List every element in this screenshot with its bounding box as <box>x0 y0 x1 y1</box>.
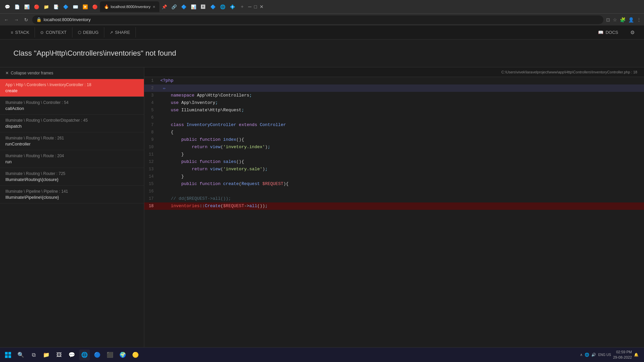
code-line-6: 6 <box>144 114 644 121</box>
svg-rect-3 <box>8 355 11 358</box>
stack-frame-3[interactable]: Illuminate \ Routing \ Route : 261 runCo… <box>0 132 144 150</box>
browser-tab-t2[interactable]: 🔷 <box>61 2 70 11</box>
cast-icon[interactable]: ⊡ <box>606 17 610 22</box>
main-content: ✕ Collapse vendor frames App \ Http \ Co… <box>0 67 644 362</box>
taskbar-date-display: 29-08-2022 <box>613 355 632 360</box>
browser-tab-t7[interactable]: 📊 <box>189 2 198 11</box>
profile-icon[interactable]: 👤 <box>628 17 634 22</box>
locale-display[interactable]: ENG US <box>598 353 611 357</box>
search-taskbar-button[interactable]: 🔍 <box>15 350 26 360</box>
line-content-1: <?php <box>158 77 644 84</box>
line-number-16: 16 <box>144 188 158 195</box>
line-number-6: 6 <box>144 114 158 121</box>
taskbar-photos-button[interactable]: 🖼 <box>54 350 64 360</box>
stack-frame-0[interactable]: App \ Http \ Controllers \ InventoryCont… <box>0 79 144 97</box>
extensions-icon[interactable]: 🧩 <box>620 17 626 22</box>
stack-frame-6[interactable]: Illuminate \ Pipeline \ Pipeline : 141 I… <box>0 186 144 203</box>
tab-close-button[interactable]: ✕ <box>153 5 155 9</box>
taskbar-terminal-button[interactable]: ⬛ <box>105 350 115 360</box>
taskbar: 🔍 ⧉ 📁 🖼 💬 🌐 🔵 ⬛ 🌍 🟡 ∧ 🌐 🔊 ENG US 02:59 P… <box>0 347 644 362</box>
code-line-16: 16 <box>144 188 644 195</box>
close-button[interactable]: ✕ <box>260 4 264 9</box>
frame-path-2: Illuminate \ Routing \ ControllerDispatc… <box>5 118 139 123</box>
taskbar-files-button[interactable]: 📁 <box>41 350 52 360</box>
stack-frame-5[interactable]: Illuminate \ Routing \ Router : 725 Illu… <box>0 168 144 186</box>
code-line-15: 15 public function create(Request $REQUE… <box>144 180 644 188</box>
collapse-vendor-button[interactable]: ✕ Collapse vendor frames <box>0 67 144 79</box>
browser-tab-sh[interactable]: 📊 <box>22 2 32 11</box>
browser-tab-gm[interactable]: ✉️ <box>71 2 80 11</box>
new-tab-button[interactable]: ＋ <box>237 2 247 11</box>
code-line-13: 13 return view('invetory.sale'); <box>144 166 644 173</box>
browser-tab-wa[interactable]: 💬 <box>3 2 12 11</box>
taskbar-note-button[interactable]: 🟡 <box>130 350 141 360</box>
frame-method-3: runController <box>5 141 139 146</box>
debug-label: DEBUG <box>83 30 99 35</box>
forward-button[interactable]: → <box>13 16 20 24</box>
line-number-13: 13 <box>144 166 158 173</box>
frame-method-6: Illuminate\Pipeline\{closure} <box>5 195 139 200</box>
tray-network-icon[interactable]: 🌐 <box>585 353 589 357</box>
browser-tab-t4[interactable]: 📌 <box>160 2 169 11</box>
context-tab[interactable]: ⊙ CONTEXT <box>35 27 72 38</box>
browser-active-tab[interactable]: 🔥 localhost:8000/inventory ✕ <box>100 1 159 12</box>
browser-tabs: 💬 📄 📊 🔴 📁 📑 🔷 ✉️ ▶️ 🔴 🔥 localhost:8000/i… <box>3 0 247 13</box>
error-toolbar: ≡ STACK ⊙ CONTEXT ⬡ DEBUG ↗ SHARE 📖 DOCS… <box>0 25 644 40</box>
minimize-button[interactable]: ─ <box>248 4 252 9</box>
line-content-14: } <box>158 173 644 180</box>
code-line-12: 12 public function sales(){ <box>144 158 644 166</box>
line-content-11: } <box>158 151 644 158</box>
taskbar-teams-button[interactable]: 💬 <box>66 350 77 360</box>
share-tab[interactable]: ↗ SHARE <box>104 27 136 38</box>
docs-button[interactable]: 📖 DOCS <box>593 27 624 38</box>
stack-frame-2[interactable]: Illuminate \ Routing \ ControllerDispatc… <box>0 115 144 132</box>
maximize-button[interactable]: □ <box>254 4 257 9</box>
menu-icon[interactable]: ⋮ <box>637 17 641 22</box>
stack-frame-4[interactable]: Illuminate \ Routing \ Route : 204 run <box>0 150 144 168</box>
bookmark-icon[interactable]: ☆ <box>613 17 617 22</box>
notification-button[interactable]: 🔔 <box>634 353 639 357</box>
browser-tab-t9[interactable]: 🔷 <box>208 2 218 11</box>
browser-tab-doc[interactable]: 📄 <box>12 2 22 11</box>
task-view-button[interactable]: ⧉ <box>28 350 39 360</box>
start-button[interactable] <box>3 350 13 360</box>
docs-icon: 📖 <box>598 30 603 35</box>
frame-path-5: Illuminate \ Routing \ Router : 725 <box>5 171 139 176</box>
browser-tab-t6[interactable]: 🔷 <box>179 2 189 11</box>
taskbar-clock[interactable]: 02:59 PM 29-08-2022 <box>613 350 632 360</box>
line-content-9: public function index(){ <box>158 136 644 143</box>
stack-tab[interactable]: ≡ STACK <box>5 27 35 38</box>
line-number-10: 10 <box>144 143 158 151</box>
line-number-18: 18 <box>144 202 158 210</box>
debug-tab[interactable]: ⬡ DEBUG <box>72 27 104 38</box>
back-button[interactable]: ← <box>3 16 10 24</box>
address-bar-actions: ⊡ ☆ 🧩 👤 ⋮ <box>606 17 641 22</box>
code-line-4: 4 use App\Inventory; <box>144 99 644 107</box>
browser-tab-t8[interactable]: 🅼 <box>199 2 208 11</box>
address-bar[interactable]: 🔒 localhost:8000/inventory <box>32 15 603 24</box>
code-line-1: 1 <?php <box>144 77 644 84</box>
tray-chevron-icon[interactable]: ∧ <box>580 353 583 357</box>
svg-rect-0 <box>5 352 8 355</box>
browser-tab-s[interactable]: 🔴 <box>32 2 41 11</box>
settings-button[interactable]: ⚙ <box>626 27 639 38</box>
code-line-7: 7 class InventoryController extends Cont… <box>144 121 644 129</box>
browser-tab-t10[interactable]: 🌐 <box>218 2 227 11</box>
taskbar-browser2-button[interactable]: 🌍 <box>117 350 128 360</box>
browser-tab-yt[interactable]: ▶️ <box>80 2 90 11</box>
error-header: Class "App\Http\Controllers\inventories"… <box>0 40 644 67</box>
browser-tab-dr[interactable]: 📁 <box>42 2 51 11</box>
browser-tab-t11[interactable]: 💠 <box>228 2 237 11</box>
line-number-12: 12 <box>144 158 158 166</box>
taskbar-chrome-button[interactable]: 🌐 <box>79 350 90 360</box>
reload-button[interactable]: ↻ <box>23 16 30 24</box>
browser-tab-t3[interactable]: 🔴 <box>90 2 100 11</box>
line-content-13: return view('invetory.sale'); <box>158 166 644 173</box>
taskbar-vscode-button[interactable]: 🔵 <box>92 350 103 360</box>
browser-tab-t5[interactable]: 🔗 <box>169 2 179 11</box>
taskbar-time-display: 02:59 PM <box>613 350 632 355</box>
browser-tab-t1[interactable]: 📑 <box>51 2 61 11</box>
stack-frame-1[interactable]: Illuminate \ Routing \ Controller : 54 c… <box>0 97 144 115</box>
tray-volume-icon[interactable]: 🔊 <box>591 353 596 357</box>
gear-icon: ⚙ <box>630 29 635 35</box>
